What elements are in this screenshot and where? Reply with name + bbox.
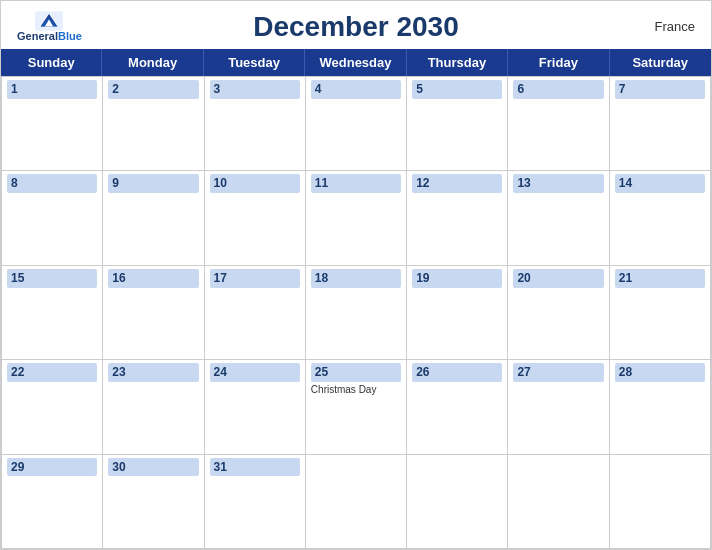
calendar-cell: 1: [2, 77, 103, 171]
calendar-cell: [508, 455, 609, 549]
calendar-cell: 15: [2, 266, 103, 360]
calendar-cell: 25Christmas Day: [306, 360, 407, 454]
calendar-cell: 7: [610, 77, 711, 171]
calendar-cell: 23: [103, 360, 204, 454]
calendar-cell: 4: [306, 77, 407, 171]
date-number: 19: [412, 269, 502, 288]
calendar-cell: 11: [306, 171, 407, 265]
calendar-cell: 21: [610, 266, 711, 360]
calendar-cell: 22: [2, 360, 103, 454]
date-number: 6: [513, 80, 603, 99]
calendar-cell: 10: [205, 171, 306, 265]
calendar-cell: 26: [407, 360, 508, 454]
date-number: 12: [412, 174, 502, 193]
date-number: 9: [108, 174, 198, 193]
date-number: 13: [513, 174, 603, 193]
date-number: 10: [210, 174, 300, 193]
day-header-monday: Monday: [102, 49, 203, 76]
calendar-cell: 30: [103, 455, 204, 549]
day-header-friday: Friday: [508, 49, 609, 76]
calendar-cell: 20: [508, 266, 609, 360]
date-number: 14: [615, 174, 705, 193]
date-number: 26: [412, 363, 502, 382]
logo: General Blue: [17, 9, 82, 42]
date-number: 15: [7, 269, 97, 288]
date-number: 11: [311, 174, 401, 193]
date-number: 2: [108, 80, 198, 99]
logo-general: General: [17, 31, 58, 42]
day-header-wednesday: Wednesday: [305, 49, 406, 76]
calendar-cell: 29: [2, 455, 103, 549]
logo-blue: Blue: [58, 31, 82, 42]
calendar: General Blue December 2030 France Sunday…: [0, 0, 712, 550]
date-number: 25: [311, 363, 401, 382]
calendar-cell: [407, 455, 508, 549]
date-number: 5: [412, 80, 502, 99]
day-header-thursday: Thursday: [407, 49, 508, 76]
calendar-cell: 6: [508, 77, 609, 171]
calendar-cell: 14: [610, 171, 711, 265]
date-number: 28: [615, 363, 705, 382]
date-number: 30: [108, 458, 198, 477]
calendar-grid: 1234567891011121314151617181920212223242…: [1, 76, 711, 549]
day-header-sunday: Sunday: [1, 49, 102, 76]
calendar-cell: 13: [508, 171, 609, 265]
day-header-saturday: Saturday: [610, 49, 711, 76]
date-number: 7: [615, 80, 705, 99]
calendar-title: December 2030: [253, 11, 458, 43]
date-number: 27: [513, 363, 603, 382]
date-number: 3: [210, 80, 300, 99]
date-number: 4: [311, 80, 401, 99]
calendar-cell: 19: [407, 266, 508, 360]
date-number: 20: [513, 269, 603, 288]
date-number: 17: [210, 269, 300, 288]
calendar-cell: [610, 455, 711, 549]
calendar-event: Christmas Day: [311, 384, 401, 395]
calendar-cell: 28: [610, 360, 711, 454]
date-number: 22: [7, 363, 97, 382]
calendar-cell: 3: [205, 77, 306, 171]
date-number: 8: [7, 174, 97, 193]
date-number: 23: [108, 363, 198, 382]
date-number: 18: [311, 269, 401, 288]
calendar-cell: 18: [306, 266, 407, 360]
logo-icon: [35, 11, 63, 31]
calendar-header: General Blue December 2030 France: [1, 1, 711, 49]
date-number: 31: [210, 458, 300, 477]
calendar-cell: 12: [407, 171, 508, 265]
date-number: 29: [7, 458, 97, 477]
day-header-tuesday: Tuesday: [204, 49, 305, 76]
calendar-cell: 27: [508, 360, 609, 454]
calendar-cell: [306, 455, 407, 549]
calendar-cell: 17: [205, 266, 306, 360]
calendar-cell: 5: [407, 77, 508, 171]
date-number: 1: [7, 80, 97, 99]
date-number: 21: [615, 269, 705, 288]
calendar-cell: 16: [103, 266, 204, 360]
date-number: 24: [210, 363, 300, 382]
date-number: 16: [108, 269, 198, 288]
calendar-cell: 31: [205, 455, 306, 549]
calendar-cell: 2: [103, 77, 204, 171]
calendar-cell: 24: [205, 360, 306, 454]
calendar-cell: 9: [103, 171, 204, 265]
country-label: France: [655, 19, 695, 34]
calendar-cell: 8: [2, 171, 103, 265]
days-header: SundayMondayTuesdayWednesdayThursdayFrid…: [1, 49, 711, 76]
